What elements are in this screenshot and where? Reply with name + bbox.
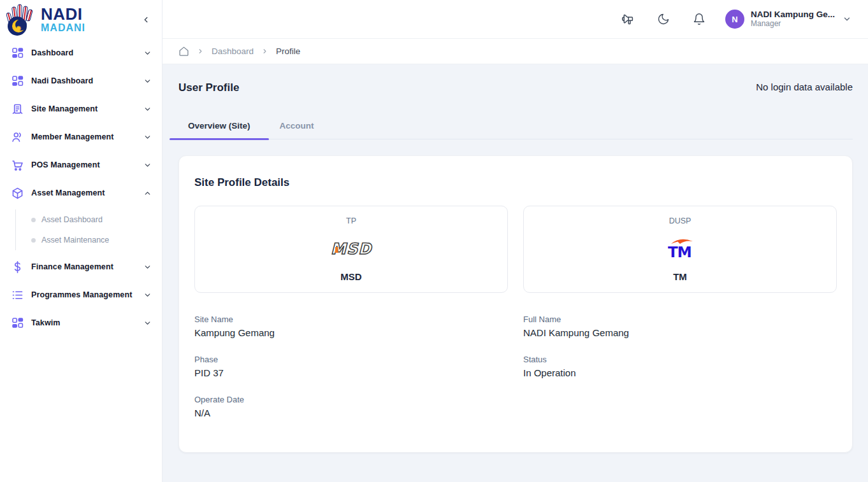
user-name: NADI Kampung Ge... bbox=[751, 10, 835, 20]
nadi-madani-logo: ✹ NADI MADANI bbox=[6, 3, 85, 36]
user-menu[interactable]: N NADI Kampung Ge... Manager bbox=[725, 10, 851, 29]
tab-overview-site[interactable]: Overview (Site) bbox=[178, 121, 260, 139]
main-column: N NADI Kampung Ge... Manager Dashboard bbox=[163, 0, 868, 482]
notifications-button[interactable] bbox=[687, 7, 711, 31]
asset-management-submenu: Asset Dashboard Asset Maintenance bbox=[15, 209, 162, 250]
bell-icon bbox=[693, 13, 705, 25]
chevron-down-icon bbox=[843, 15, 851, 24]
field-full-name: Full Name NADI Kampung Gemang bbox=[523, 315, 837, 338]
sidebar-item-takwim[interactable]: Takwim bbox=[0, 309, 162, 337]
chevron-down-icon bbox=[143, 291, 152, 299]
field-phase: Phase PID 37 bbox=[194, 355, 508, 378]
card-title: Site Profile Details bbox=[194, 176, 837, 189]
page-head: User Profile No login data available bbox=[178, 82, 853, 94]
field-value: In Operation bbox=[523, 367, 837, 378]
msd-logo-icon: MSD bbox=[326, 237, 377, 260]
tp-name: MSD bbox=[340, 271, 361, 282]
sidebar-item-label: Nadi Dashboard bbox=[31, 76, 143, 85]
org-row: TP MSD MSD DUSP bbox=[194, 206, 837, 293]
user-role: Manager bbox=[751, 20, 835, 29]
field-value: N/A bbox=[194, 408, 508, 418]
chevron-right-icon bbox=[261, 48, 268, 55]
tp-box: TP MSD MSD bbox=[194, 206, 508, 293]
sidebar-item-finance-management[interactable]: Finance Management bbox=[0, 253, 162, 281]
sidebar-item-label: Finance Management bbox=[31, 262, 143, 271]
sidebar-subitem-asset-dashboard[interactable]: Asset Dashboard bbox=[31, 209, 162, 230]
field-value: NADI Kampung Gemang bbox=[523, 327, 837, 338]
field-label: Site Name bbox=[194, 315, 508, 324]
package-icon bbox=[10, 186, 24, 200]
sidebar-item-site-management[interactable]: Site Management bbox=[0, 95, 162, 123]
svg-text:TM: TM bbox=[668, 244, 691, 260]
sidebar-item-nadi-dashboard[interactable]: Nadi Dashboard bbox=[0, 67, 162, 95]
field-site-name: Site Name Kampung Gemang bbox=[194, 315, 508, 338]
breadcrumb-dashboard[interactable]: Dashboard bbox=[212, 46, 254, 56]
grid-icon bbox=[10, 46, 24, 60]
sidebar-collapse-button[interactable] bbox=[139, 13, 153, 27]
sidebar-item-label: Programmes Management bbox=[31, 290, 143, 299]
sidebar-item-pos-management[interactable]: POS Management bbox=[0, 151, 162, 179]
tab-account[interactable]: Account bbox=[270, 121, 324, 139]
topbar: N NADI Kampung Ge... Manager bbox=[163, 0, 868, 39]
login-status-text: No login data available bbox=[756, 82, 853, 92]
profile-fields: Site Name Kampung Gemang Full Name NADI … bbox=[194, 315, 837, 418]
svg-text:✹: ✹ bbox=[15, 24, 22, 33]
sidebar-subitem-label: Asset Dashboard bbox=[41, 215, 103, 224]
bullet-dot-icon bbox=[31, 218, 36, 222]
moon-icon bbox=[657, 13, 670, 25]
breadcrumb: Dashboard Profile bbox=[163, 39, 868, 64]
chevron-up-icon bbox=[143, 189, 152, 197]
dark-mode-button[interactable] bbox=[651, 7, 676, 31]
tp-label: TP bbox=[346, 216, 356, 225]
chevron-down-icon bbox=[143, 133, 152, 141]
chevron-left-icon bbox=[141, 15, 150, 24]
sidebar-item-programmes-management[interactable]: Programmes Management bbox=[0, 281, 162, 309]
chevron-right-icon bbox=[197, 48, 204, 55]
sidebar-nav: Dashboard Nadi Dashboard S bbox=[0, 39, 162, 337]
building-icon bbox=[10, 102, 24, 116]
page-title: User Profile bbox=[178, 82, 239, 94]
user-meta: NADI Kampung Ge... Manager bbox=[751, 10, 835, 29]
sidebar-subitem-asset-maintenance[interactable]: Asset Maintenance bbox=[31, 230, 162, 250]
dusp-box: DUSP TM TM bbox=[523, 206, 837, 293]
tm-logo-icon: TM bbox=[663, 237, 697, 260]
field-label: Phase bbox=[194, 355, 508, 364]
field-label: Full Name bbox=[523, 315, 837, 324]
field-label: Operate Date bbox=[194, 395, 508, 404]
field-status: Status In Operation bbox=[523, 355, 837, 378]
announcement-icon bbox=[621, 13, 634, 26]
sidebar-item-asset-management[interactable]: Asset Management bbox=[0, 179, 162, 207]
announcement-button[interactable] bbox=[616, 7, 640, 31]
sidebar-item-dashboard[interactable]: Dashboard bbox=[0, 39, 162, 67]
tabs: Overview (Site) Account bbox=[178, 121, 853, 139]
sidebar-item-label: Member Management bbox=[31, 132, 143, 141]
home-icon[interactable] bbox=[178, 46, 189, 57]
users-icon bbox=[10, 130, 24, 144]
breadcrumb-profile: Profile bbox=[276, 46, 300, 56]
sidebar-item-label: Asset Management bbox=[31, 188, 143, 197]
sidebar: ✹ NADI MADANI Dashboard bbox=[0, 0, 163, 482]
chevron-down-icon bbox=[143, 105, 152, 113]
brand-name-top: NADI bbox=[41, 6, 85, 22]
sidebar-item-label: Site Management bbox=[31, 104, 143, 113]
content-area: User Profile No login data available Ove… bbox=[163, 64, 868, 482]
field-operate-date: Operate Date N/A bbox=[194, 395, 508, 418]
site-profile-card: Site Profile Details TP MSD MSD bbox=[178, 155, 853, 453]
sidebar-item-member-management[interactable]: Member Management bbox=[0, 123, 162, 151]
grid-icon bbox=[10, 316, 24, 330]
field-value: PID 37 bbox=[194, 367, 508, 378]
bullet-dot-icon bbox=[31, 238, 36, 243]
chevron-down-icon bbox=[143, 77, 152, 85]
avatar: N bbox=[725, 10, 744, 29]
list-icon bbox=[10, 288, 24, 302]
sidebar-header: ✹ NADI MADANI bbox=[0, 0, 162, 39]
dollar-icon bbox=[10, 260, 24, 274]
brand-name-bottom: MADANI bbox=[41, 23, 85, 33]
chevron-down-icon bbox=[143, 161, 152, 169]
chevron-down-icon bbox=[143, 319, 152, 327]
sidebar-item-label: Takwim bbox=[31, 318, 143, 327]
grid-icon bbox=[10, 74, 24, 88]
chevron-down-icon bbox=[143, 263, 152, 271]
nadi-hand-logo-icon: ✹ bbox=[6, 3, 37, 36]
sidebar-item-label: POS Management bbox=[31, 160, 143, 169]
